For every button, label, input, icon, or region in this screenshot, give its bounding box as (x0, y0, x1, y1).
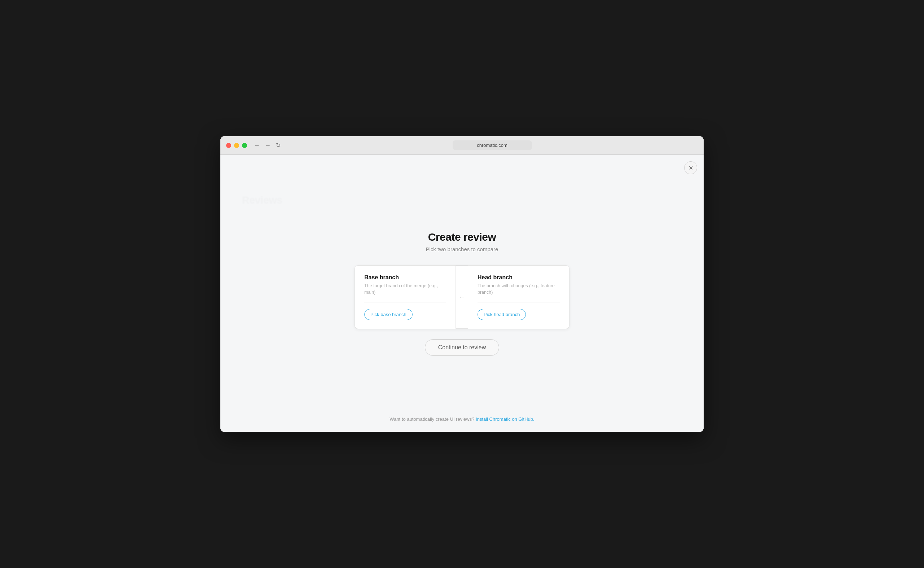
install-chromatic-link[interactable]: Install Chromatic on GitHub. (476, 417, 535, 422)
close-icon: ✕ (689, 165, 693, 171)
modal-title: Create review (428, 231, 496, 243)
head-branch-description: The branch with changes (e.g., feature-b… (478, 283, 560, 296)
traffic-light-close[interactable] (226, 143, 231, 148)
browser-window: ← → ↻ chromatic.com Reviews ✕ Create rev… (220, 136, 704, 432)
traffic-light-maximize[interactable] (242, 143, 247, 148)
footer: Want to automatically create UI reviews?… (220, 417, 704, 422)
head-branch-divider (478, 302, 560, 302)
reload-button[interactable]: ↻ (274, 141, 282, 150)
branch-arrow: ← (456, 266, 468, 329)
back-button[interactable]: ← (253, 141, 261, 150)
arrow-icon: ← (459, 293, 465, 301)
modal-content: Create review Pick two branches to compa… (220, 224, 704, 363)
forward-button[interactable]: → (264, 141, 272, 150)
continue-to-review-button[interactable]: Continue to review (425, 339, 499, 356)
close-button[interactable]: ✕ (684, 161, 697, 174)
base-branch-divider (364, 302, 446, 302)
head-branch-card: Head branch The branch with changes (e.g… (468, 266, 569, 329)
modal-overlay: ✕ Create review Pick two branches to com… (220, 155, 704, 432)
browser-titlebar: ← → ↻ chromatic.com (220, 136, 704, 155)
traffic-lights (226, 143, 247, 148)
browser-content: Reviews ✕ Create review Pick two branche… (220, 155, 704, 432)
traffic-light-minimize[interactable] (234, 143, 239, 148)
pick-base-branch-button[interactable]: Pick base branch (364, 309, 413, 320)
branch-cards-container: Base branch The target branch of the mer… (354, 265, 570, 329)
base-branch-card: Base branch The target branch of the mer… (355, 266, 456, 329)
head-branch-title: Head branch (478, 274, 560, 281)
pick-head-branch-button[interactable]: Pick head branch (478, 309, 526, 320)
base-branch-title: Base branch (364, 274, 446, 281)
base-branch-description: The target branch of the merge (e.g., ma… (364, 283, 446, 296)
nav-buttons: ← → ↻ (253, 141, 282, 150)
modal-subtitle: Pick two branches to compare (426, 246, 499, 252)
address-bar[interactable]: chromatic.com (453, 140, 532, 150)
footer-text-before-link: Want to automatically create UI reviews? (389, 417, 474, 422)
